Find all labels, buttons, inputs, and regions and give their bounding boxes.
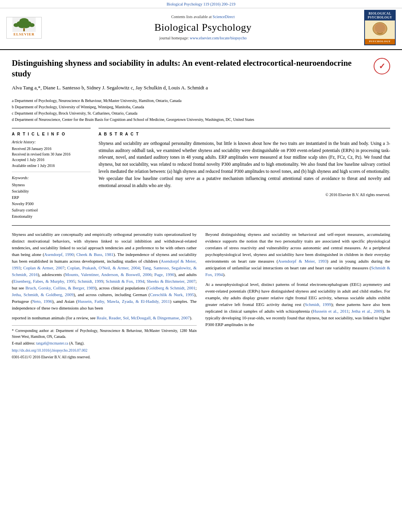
email-link[interactable]: tanga6@mcmaster.ca [36,341,68,345]
authors-line: Alva Tang a,*, Diane L. Santesso b, Sidn… [12,84,366,91]
keywords-section: Keywords: Shyness Sociability ERP Novelt… [12,175,91,220]
abstract-box: A B S T R A C T Shyness and sociability … [99,128,390,198]
history-accepted: Accepted 1 July 2016 [12,157,91,163]
ref-bruch1989[interactable]: Bruch, Gorsky, Collins, & Berger, 1989 [25,285,95,290]
corresponding-note: * Corresponding author at: Department of… [12,328,197,339]
email-suffix: (A. Tang). [69,341,84,345]
authors: Alva Tang a,*, Diane L. Santesso b, Sidn… [12,85,208,91]
email-note: E-mail address: tanga6@mcmaster.ca (A. T… [12,341,197,346]
affiliation-d: d Department of Neuroscience, Center for… [12,117,390,122]
history-available: Available online 1 July 2016 [12,163,91,169]
ref-reale2007[interactable]: Reale, Reader, Sol, McDougall, & Dingema… [97,315,190,320]
ref-jetha2009[interactable]: Jetha, Schmidt, & Goldberg, 2009 [12,292,74,297]
journal-header: Biological Psychology 119 (2016) 200–219… [0,0,402,50]
ref-page1990[interactable]: Page, 1990 [154,272,174,277]
history-title: Article history: [12,139,91,145]
email-label: E-mail address: [12,341,35,345]
affiliation-a: a Department of Psychology, Neuroscience… [12,98,390,104]
bio-psych-logo-image [365,20,395,39]
ref-eisenberg1995[interactable]: Eisenberg, Fabes, & Murphy, 1995 [13,279,75,284]
homepage-line: journal homepage: www.elsevier.com/locat… [42,35,364,41]
ref-schmidt1999b[interactable]: Schmidt, 1999 [305,302,331,307]
article-title-text: Distinguishing shyness and sociability i… [12,58,374,94]
svg-point-5 [22,23,30,28]
ref-coplan2004[interactable]: Coplan, Prakash, O'Neil, & Armer, 2004 [67,265,140,270]
article-content: Distinguishing shyness and sociability i… [0,50,402,369]
svg-point-11 [375,23,385,33]
article-info-title: A R T I C L E I N F O [12,132,91,137]
doi-link[interactable]: http://dx.doi.org/10.1016/j.biopsycho.20… [12,348,87,352]
keywords-title: Keywords: [12,175,91,181]
body-para-1-cont: reported in nonhuman animals (for a revi… [12,315,197,321]
ref-mounts2006[interactable]: Mounts, Valentiner, Anderson, & Boswell,… [65,272,151,277]
body-text-section: Shyness and sociability are conceptually… [12,231,390,361]
body-col-left: Shyness and sociability are conceptually… [12,231,197,361]
bio-psych-logo-bottom: PSYCHOLOGY [365,39,395,44]
affiliation-c: c Department of Psychology, Brock Univer… [12,110,390,116]
ref-sheeks2007[interactable]: Sheeks & Birchmeier, 2007 [147,279,195,284]
keyword-novelty: Novelty P300 [12,201,91,207]
article-history: Article history: Received 28 January 201… [12,139,91,172]
crossmark-icon[interactable]: ✓ [374,58,390,74]
abstract-title: A B S T R A C T [99,132,390,137]
article-info-col: A R T I C L E I N F O Article history: R… [12,128,91,220]
history-revised: Received in revised form 30 June 2016 [12,152,91,157]
ref-hussein2011[interactable]: Hussein, Fathy, Mawla, Zyada, & El-Hadid… [78,299,170,304]
affiliations: a Department of Psychology, Neuroscience… [12,98,390,122]
journal-info-text: Biological Psychology 119 (2016) 200–219 [167,2,236,6]
bio-psych-logo: BIOLOGICAL PSYCHOLOGY PSYCHOLOGY [364,10,396,45]
ref-czeschlik1995[interactable]: Czeschlik & Nurk, 1995 [150,292,194,297]
keyword-cortisol: Salivary cortisol [12,207,91,213]
elsevier-label: ELSEVIER [13,32,35,37]
svg-point-7 [13,23,19,27]
elsevier-logo: ELSEVIER [6,17,42,39]
sciencedirect-link[interactable]: ScienceDirect [212,15,234,19]
ref-schmidt-fox-1994[interactable]: Schmidt & Fox, 1994 [205,265,390,277]
affiliation-b: b Department of Psychology, University o… [12,104,390,110]
info-bar: Biological Psychology 119 (2016) 200–219 [0,0,402,8]
ref-coplan2007[interactable]: Coplan & Armer, 2007 [23,265,64,270]
keyword-erp: ERP [12,195,91,201]
body-para-2: Beyond distinguishing shyness and sociab… [205,231,390,278]
keyword-emotionality: Emotionality [12,213,91,220]
body-col-right: Beyond distinguishing shyness and sociab… [205,231,390,361]
info-abstract-section: A R T I C L E I N F O Article history: R… [12,128,390,220]
keyword-shyness: Shyness [12,182,91,188]
copyright-line: © 2016 Elsevier B.V. All rights reserved… [99,192,390,198]
journal-name-row: ELSEVIER Contents lists available at Sci… [0,8,402,47]
abstract-col: A B S T R A C T Shyness and sociability … [99,128,390,220]
abstract-text: Shyness and sociability are orthogonal p… [99,140,390,189]
ref-schmidt1999[interactable]: Schmidt, 1999 [78,279,103,284]
ref-neto1996[interactable]: Neto, 1996 [32,299,52,304]
history-received: Received 28 January 2016 [12,146,91,152]
footnote-section: * Corresponding author at: Department of… [12,325,197,360]
svg-point-8 [29,23,35,27]
body-para-3: At a neurophysiological level, distinct … [205,281,390,328]
ref-schmidt1994[interactable]: Schmidt & Fox, 1994 [106,279,144,284]
svg-rect-6 [23,28,25,31]
ref-goldberg2001[interactable]: Goldberg & Schmidt, 2001 [148,285,195,290]
doi-line: http://dx.doi.org/10.1016/j.biopsycho.20… [12,348,197,353]
journal-title-center: Contents lists available at ScienceDirec… [42,14,364,41]
issn-line: 0301-0511/© 2016 Elsevier B.V. All right… [12,354,197,360]
homepage-link[interactable]: www.elsevier.com/locate/biopsycho [190,36,246,40]
keyword-sociability: Sociability [12,188,91,195]
article-info-box: A R T I C L E I N F O Article history: R… [12,128,91,220]
ref-asendorpf-meier-1993[interactable]: Asendorpf & Meier, 1993 [278,259,327,263]
ref-asendorpf1990[interactable]: Asendorpf, 1990 [44,252,74,257]
bio-psych-logo-text: BIOLOGICAL PSYCHOLOGY [365,11,395,20]
journal-title: Biological Psychology [42,20,364,35]
article-title-section: Distinguishing shyness and sociability i… [12,55,390,94]
ref-jetha2009b[interactable]: Jetha et al., 2009 [352,309,382,313]
article-title: Distinguishing shyness and sociability i… [12,58,366,80]
body-para-1: Shyness and sociability are conceptually… [12,231,197,312]
ref-hussein2011b[interactable]: Hussein et al., 2011 [313,309,349,313]
section-divider [12,225,390,226]
ref-cheek1981[interactable]: Cheek & Buss, 1981 [76,252,114,257]
contents-line: Contents lists available at ScienceDirec… [42,14,364,20]
